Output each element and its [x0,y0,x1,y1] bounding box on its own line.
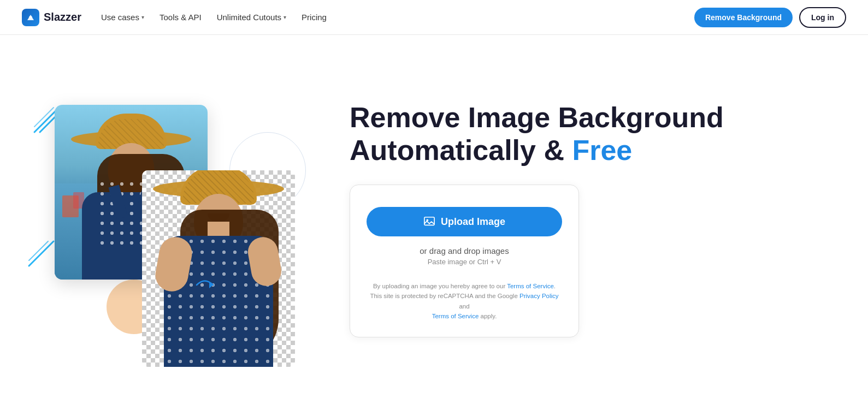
drag-drop-text: or drag and drop images [420,246,509,256]
nav-pricing[interactable]: Pricing [302,13,327,22]
logo-text: Slazzer [44,11,81,23]
nav-left: Slazzer Use cases ▾ Tools & API Unlimite… [22,9,327,26]
deco-lines-bottom [26,239,56,269]
terms-link-3[interactable]: Terms of Service [432,313,479,319]
hero-right: Remove Image Background Automatically & … [339,102,846,337]
svg-line-3 [34,108,54,127]
arrow-decoration [194,274,216,298]
terms-link-1[interactable]: Terms of Service [507,283,554,289]
logo[interactable]: Slazzer [22,9,81,26]
svg-line-4 [29,241,54,266]
svg-point-0 [29,16,32,19]
privacy-policy-link[interactable]: Privacy Policy [519,293,559,299]
nav-links: Use cases ▾ Tools & API Unlimited Cutout… [101,13,327,22]
upload-image-button[interactable]: Upload Image [367,207,562,236]
chevron-icon-2: ▾ [284,14,286,20]
login-button[interactable]: Log in [799,7,846,28]
main-content: Remove Image Background Automatically & … [0,35,868,404]
nav-use-cases[interactable]: Use cases ▾ [101,13,144,22]
upload-card: Upload Image or drag and drop images Pas… [350,185,579,337]
nav-right: Remove Background Log in [694,7,846,28]
nav-unlimited-cutouts[interactable]: Unlimited Cutouts ▾ [217,13,286,22]
cutout-result [142,170,295,367]
hero-illustration [22,61,317,378]
nav-tools-api[interactable]: Tools & API [160,13,202,22]
terms-text: By uploading an image you hereby agree t… [367,281,562,322]
navbar: Slazzer Use cases ▾ Tools & API Unlimite… [0,0,868,35]
remove-background-button[interactable]: Remove Background [694,8,793,27]
paste-text: Paste image or Ctrl + V [428,258,501,266]
hero-title: Remove Image Background Automatically & … [350,102,724,167]
svg-line-5 [29,241,48,260]
upload-icon [423,216,435,228]
chevron-icon: ▾ [141,14,144,20]
logo-icon [22,9,39,26]
